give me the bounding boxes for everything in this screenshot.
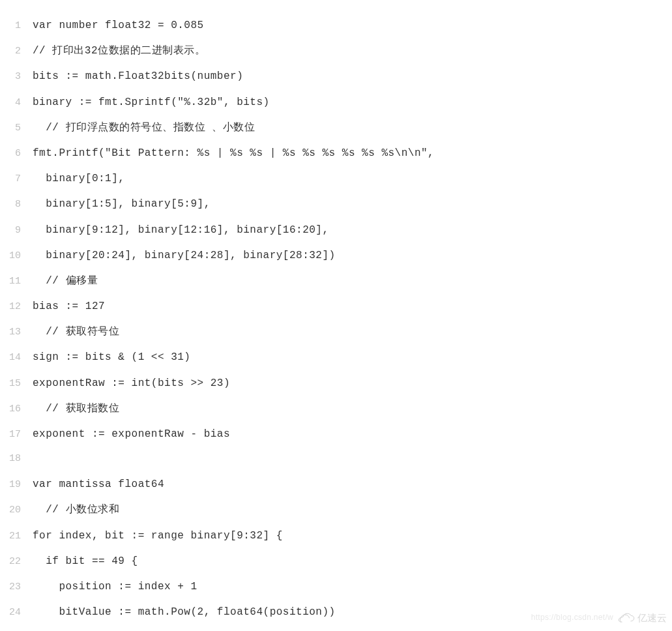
code-line: 4binary := fmt.Sprintf("%.32b", bits)	[0, 90, 672, 115]
code-line: 11 // 偏移量	[0, 269, 672, 294]
code-content: exponent := exponentRaw - bias	[33, 422, 230, 447]
line-number: 5	[0, 117, 33, 141]
line-number: 12	[0, 295, 33, 319]
line-number: 13	[0, 321, 33, 345]
code-line: 9 binary[9:12], binary[12:16], binary[16…	[0, 218, 672, 243]
code-content: // 获取指数位	[33, 396, 119, 422]
line-number: 22	[0, 550, 33, 574]
code-content: position := index + 1	[33, 574, 197, 600]
watermark-brand-text: 亿速云	[637, 612, 667, 624]
code-content: // 打印出32位数据的二进制表示。	[33, 38, 205, 64]
code-line: 12bias := 127	[0, 294, 672, 319]
code-content: binary := fmt.Sprintf("%.32b", bits)	[33, 90, 270, 115]
code-content: binary[9:12], binary[12:16], binary[16:2…	[33, 218, 329, 243]
code-content: for index, bit := range binary[9:32] {	[33, 523, 283, 549]
code-line: 13 // 获取符号位	[0, 319, 672, 345]
code-line: 21for index, bit := range binary[9:32] {	[0, 523, 672, 549]
line-number: 18	[0, 447, 33, 471]
cloud-icon	[618, 613, 635, 624]
code-block: 1var number float32 = 0.0852// 打印出32位数据的…	[0, 0, 672, 625]
code-line: 5 // 打印浮点数的符号位、指数位 、小数位	[0, 115, 672, 141]
line-number: 19	[0, 473, 33, 497]
code-content: sign := bits & (1 << 31)	[33, 345, 190, 370]
line-number: 6	[0, 142, 33, 166]
code-content: // 获取符号位	[33, 319, 119, 345]
code-line: 8 binary[1:5], binary[5:9],	[0, 192, 672, 217]
code-line: 17exponent := exponentRaw - bias	[0, 422, 672, 447]
line-number: 1	[0, 14, 33, 38]
line-number: 10	[0, 244, 33, 269]
code-line: 1var number float32 = 0.085	[0, 13, 672, 38]
line-number: 14	[0, 346, 33, 370]
code-line: 19var mantissa float64	[0, 472, 672, 497]
code-content: binary[1:5], binary[5:9],	[33, 192, 211, 217]
code-content: binary[0:1],	[33, 166, 124, 192]
code-content: // 偏移量	[33, 269, 98, 294]
code-line: 15exponentRaw := int(bits >> 23)	[0, 371, 672, 396]
line-number: 2	[0, 40, 33, 64]
line-number: 24	[0, 601, 33, 625]
code-content: var number float32 = 0.085	[33, 13, 204, 38]
line-number: 7	[0, 168, 33, 192]
line-number: 17	[0, 423, 33, 447]
code-line: 18	[0, 447, 672, 472]
watermark-brand: 亿速云	[618, 612, 667, 624]
code-line: 23 position := index + 1	[0, 574, 672, 600]
code-content: if bit == 49 {	[33, 549, 138, 574]
code-line: 22 if bit == 49 {	[0, 549, 672, 574]
line-number: 4	[0, 91, 33, 115]
line-number: 11	[0, 270, 33, 294]
code-line: 6fmt.Printf("Bit Pattern: %s | %s %s | %…	[0, 141, 672, 166]
code-content: binary[20:24], binary[24:28], binary[28:…	[33, 243, 336, 269]
code-line: 16 // 获取指数位	[0, 396, 672, 422]
code-content: fmt.Printf("Bit Pattern: %s | %s %s | %s…	[33, 141, 434, 166]
line-number: 9	[0, 219, 33, 243]
line-number: 16	[0, 398, 33, 422]
line-number: 15	[0, 372, 33, 396]
code-content: // 打印浮点数的符号位、指数位 、小数位	[33, 115, 255, 141]
code-content: // 小数位求和	[33, 497, 119, 523]
code-content: bits := math.Float32bits(number)	[33, 64, 243, 89]
code-line: 14sign := bits & (1 << 31)	[0, 345, 672, 370]
watermark-csdn: https://blog.csdn.net/w	[531, 613, 613, 622]
line-number: 21	[0, 525, 33, 549]
code-content: var mantissa float64	[33, 472, 164, 497]
code-content: exponentRaw := int(bits >> 23)	[33, 371, 230, 396]
line-number: 8	[0, 193, 33, 217]
code-line: 20 // 小数位求和	[0, 497, 672, 523]
line-number: 20	[0, 499, 33, 523]
code-line: 10 binary[20:24], binary[24:28], binary[…	[0, 243, 672, 269]
line-number: 3	[0, 65, 33, 89]
code-line: 2// 打印出32位数据的二进制表示。	[0, 38, 672, 64]
line-number: 23	[0, 576, 33, 600]
code-line: 3bits := math.Float32bits(number)	[0, 64, 672, 89]
code-content: bias := 127	[33, 294, 105, 319]
code-content: bitValue := math.Pow(2, float64(position…	[33, 600, 336, 625]
code-line: 7 binary[0:1],	[0, 166, 672, 192]
